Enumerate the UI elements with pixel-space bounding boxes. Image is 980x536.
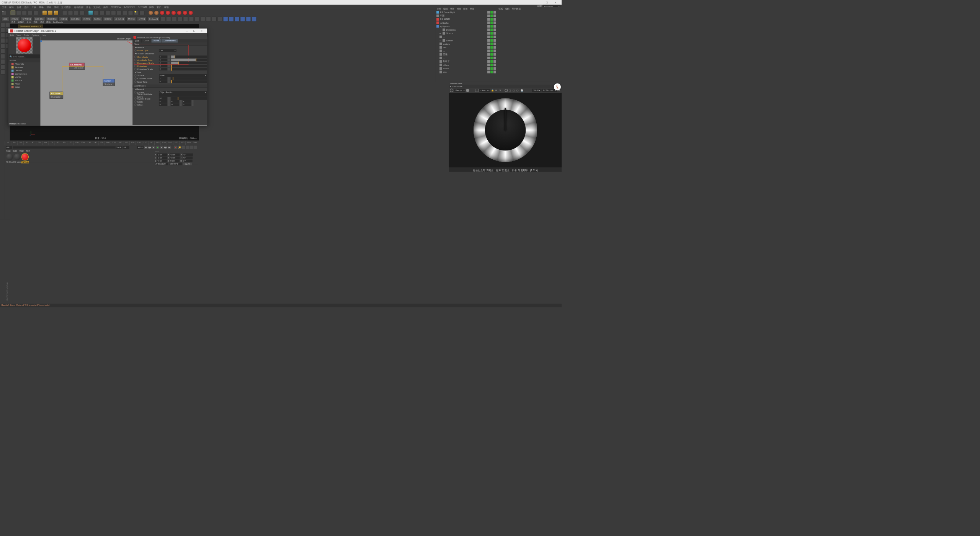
object-row[interactable]: 刻粒子 [436,60,497,63]
next-frame-button[interactable]: ▶ [160,146,163,149]
timeline-end[interactable]: 300 F [115,146,122,149]
light-menu[interactable] [122,10,127,15]
node-rs-noise[interactable]: RS Noise Out Color [50,92,64,99]
menu-Redshift[interactable]: Redshift [138,6,147,8]
palette-icon-10[interactable] [217,17,222,22]
vp-menu-过滤[interactable]: 过滤 [40,21,44,24]
shader-menu-View[interactable]: View [16,34,21,36]
distortion-slider[interactable] [171,65,207,67]
apply-button[interactable]: 应用 [183,163,192,165]
vp-menu-查看[interactable]: 查看 [11,21,15,24]
shader-window-titlebar[interactable]: Redshift Shader Graph - RS Material.1 — … [8,29,207,34]
cube-primitive[interactable] [88,10,93,15]
circle-icon[interactable] [466,89,469,92]
grid-icon[interactable]: ⊞ [495,89,498,92]
key-rot-button[interactable] [189,146,193,149]
object-row[interactable]: ons [436,70,497,74]
menu-RealFlow[interactable]: RealFlow [111,6,121,8]
node-tab-Coordinates[interactable]: Coordinates [162,39,178,42]
attr-menu-编辑[interactable]: 编辑 [505,7,510,10]
node-tab-基本[interactable]: 基本 [132,39,142,42]
object-row[interactable]: ... [436,49,497,52]
refresh-icon[interactable] [450,89,453,92]
xp-tool-1[interactable] [148,10,153,15]
menu-文件[interactable]: 文件 [2,5,7,9]
shader-menu-Edit[interactable]: Edit [10,34,14,36]
bulb-button[interactable]: 💡 [134,10,139,15]
node-category-Utilities[interactable]: Utilities [8,69,41,72]
time-source-dropdown[interactable]: None [159,74,207,77]
rs-tool-3[interactable] [171,10,176,15]
node-tab-Noise[interactable]: Noise [151,39,162,42]
shader-maximize-button[interactable]: ☐ [191,29,198,33]
render-button[interactable] [62,10,67,15]
mat-menu-功能[interactable]: 功能 [19,149,23,152]
object-row[interactable]: erators [436,42,497,46]
shader-menu-Options[interactable]: Options [32,34,39,36]
move-tool[interactable] [11,10,16,15]
object-row[interactable]: difiers [436,63,497,67]
material-swatch[interactable]: RS Mate [6,153,13,163]
palette-icon-16[interactable] [252,17,257,22]
vp-menu-显示[interactable]: 显示 [26,21,31,24]
shader-menu-Tools[interactable]: Tools [24,34,29,36]
aov-dropdown[interactable]: Beauty [454,89,466,92]
node-category-Environment[interactable]: Environment [8,72,41,76]
auto-dropdown[interactable]: < Auto > [479,89,490,92]
axis-y-toggle[interactable]: Y [48,10,53,15]
palette-icon-14[interactable] [240,17,245,22]
palette-icon-7[interactable] [200,17,205,22]
object-row[interactable]: xpSystem [436,25,497,28]
maximize-button[interactable]: ☐ [542,0,551,5]
prev-frame-button[interactable]: ◀ [152,146,155,149]
const-scale-slider[interactable] [171,77,207,80]
environment-menu[interactable] [111,10,116,15]
palette-建模[interactable]: 建模 [2,17,9,22]
rs-tool-2[interactable] [165,10,170,15]
user-time-slider[interactable] [171,80,207,83]
menu-流水线[interactable]: 流水线 [93,5,101,9]
renderview-customize[interactable]: ▸ Customize [449,85,562,88]
floating-badge[interactable]: 🦌 [554,83,561,90]
snapshot-a-icon[interactable]: ▢ [513,89,516,92]
find-nodes-input[interactable]: 🔍 Find Nodes... [9,54,40,58]
axis-x-toggle[interactable]: X [42,10,47,15]
timeline-scrub[interactable] [13,146,115,149]
menu-窗口[interactable]: 窗口 [157,5,162,9]
goto-end-button[interactable]: ⏭ [168,146,171,149]
rotate-tool[interactable] [22,10,27,15]
goto-start-button[interactable]: ⏮ [144,146,147,149]
node-category-Math[interactable]: Math [8,82,41,85]
object-row[interactable]: ... [436,56,497,60]
undo-button[interactable]: ↶ [2,10,7,15]
info-button[interactable] [140,10,145,15]
generator-menu[interactable] [100,10,105,15]
snapshot-icon[interactable]: ▢ [509,89,512,92]
target-icon[interactable] [505,89,508,92]
deformer-menu[interactable] [105,10,110,15]
palette-icon-11[interactable] [223,17,228,22]
axis-z-toggle[interactable]: Z [54,10,59,15]
om-menu-查看[interactable]: 查看 [450,7,454,10]
shader-menu-Help[interactable]: Help [42,34,46,36]
tool-a[interactable] [5,22,10,27]
shader-close-button[interactable]: ✕ [198,29,205,33]
timeline-ruler[interactable]: 0102030405060708090100110120130140150160… [5,141,198,145]
scale-tool[interactable] [28,10,33,15]
palette-icon-13[interactable] [235,17,240,22]
node-category-Textures[interactable]: Textures [8,65,41,69]
complexity-slider[interactable] [171,56,207,58]
noise-type-dropdown[interactable]: Cell [159,49,176,52]
key-param-button[interactable] [194,146,197,149]
menu-角色[interactable]: 角色 [86,5,91,9]
render-region-button[interactable] [68,10,73,15]
menu-选择[interactable]: 选择 [24,5,29,9]
node-category-Color[interactable]: Color [8,85,41,89]
coord-section[interactable]: Coordinates [132,85,207,88]
coord-source-dropdown[interactable]: Object Position [159,91,207,94]
menu-创建[interactable]: 创建 [17,5,22,9]
palette-icon-12[interactable] [229,17,234,22]
attr-menu-模式[interactable]: 模式 [498,7,503,10]
shader-minimize-button[interactable]: — [183,29,190,33]
timeline-current[interactable]: 0 F [122,146,129,149]
